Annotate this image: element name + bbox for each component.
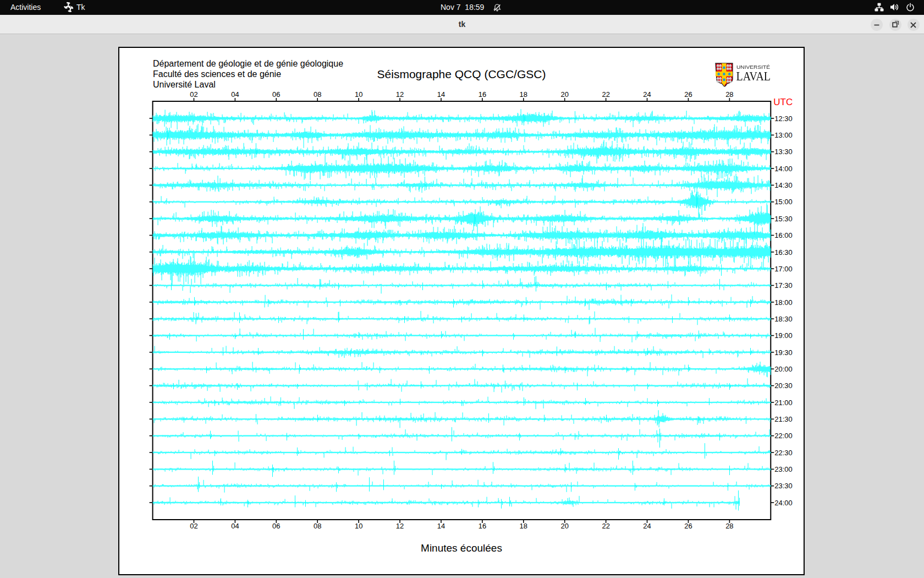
svg-text:LAVAL: LAVAL	[736, 69, 771, 83]
